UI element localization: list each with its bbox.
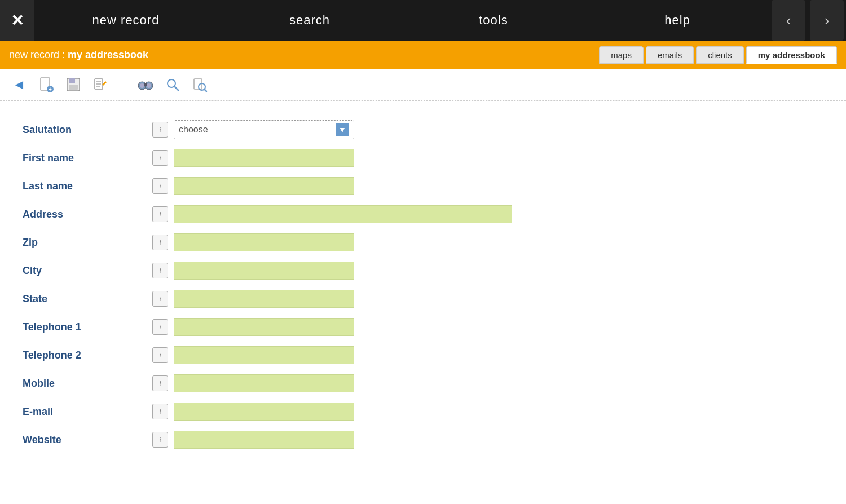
salutation-label: Salutation: [23, 124, 152, 136]
binoculars-button[interactable]: [135, 74, 156, 95]
last-name-label: Last name: [23, 180, 152, 192]
save-button[interactable]: [63, 74, 83, 95]
salutation-row: Salutation i choose ▼: [23, 118, 823, 142]
city-info-icon[interactable]: i: [152, 263, 168, 278]
nav-tools[interactable]: tools: [402, 13, 585, 28]
telephone2-label: Telephone 2: [23, 350, 152, 361]
next-arrow-icon: ›: [825, 12, 830, 29]
first-name-label: First name: [23, 152, 152, 164]
breadcrumb-prefix: new record :: [9, 49, 68, 60]
new-document-button[interactable]: +: [36, 74, 56, 95]
prev-arrow-icon: ‹: [786, 12, 791, 29]
city-label: City: [23, 265, 152, 277]
new-doc-icon: +: [38, 77, 54, 92]
address-info-icon[interactable]: i: [152, 206, 168, 222]
dropdown-arrow-icon: ▼: [336, 123, 349, 136]
first-name-row: First name i: [23, 146, 823, 170]
telephone1-label: Telephone 1: [23, 321, 152, 333]
last-name-info-icon[interactable]: i: [152, 178, 168, 194]
search-icon: [165, 77, 180, 92]
tab-clients[interactable]: clients: [696, 46, 744, 64]
top-navigation: ✕ new record search tools help ‹ ›: [0, 0, 846, 41]
binoculars-icon: [137, 77, 154, 92]
salutation-dropdown[interactable]: choose ▼: [174, 120, 354, 139]
telephone1-info-icon[interactable]: i: [152, 319, 168, 335]
edit-icon: [92, 77, 108, 92]
address-input[interactable]: [174, 205, 512, 223]
telephone2-input[interactable]: [174, 346, 354, 364]
mobile-info-icon[interactable]: i: [152, 375, 168, 391]
website-input[interactable]: [174, 431, 354, 449]
tab-emails[interactable]: emails: [646, 46, 694, 64]
state-label: State: [23, 293, 152, 305]
email-info-icon[interactable]: i: [152, 404, 168, 419]
website-info-icon[interactable]: i: [152, 432, 168, 448]
close-icon: ✕: [11, 11, 24, 30]
email-input[interactable]: [174, 403, 354, 421]
edit-button[interactable]: [90, 74, 111, 95]
salutation-info-icon[interactable]: i: [152, 122, 168, 138]
mobile-row: Mobile i: [23, 372, 823, 395]
find-icon: [192, 77, 208, 92]
nav-search[interactable]: search: [218, 13, 402, 28]
telephone2-info-icon[interactable]: i: [152, 347, 168, 363]
telephone1-row: Telephone 1 i: [23, 315, 823, 339]
city-input[interactable]: [174, 262, 354, 280]
save-icon: [65, 77, 81, 92]
zip-row: Zip i: [23, 231, 823, 254]
telephone1-input[interactable]: [174, 318, 354, 336]
breadcrumb-title: my addressbook: [68, 49, 148, 60]
tab-maps[interactable]: maps: [599, 46, 644, 64]
close-button[interactable]: ✕: [0, 0, 34, 41]
svg-line-21: [204, 89, 206, 91]
state-row: State i: [23, 287, 823, 311]
email-label: E-mail: [23, 406, 152, 418]
tab-my-addressbook[interactable]: my addressbook: [746, 46, 837, 64]
state-input[interactable]: [174, 290, 354, 308]
breadcrumb: new record : my addressbook: [9, 49, 599, 61]
mobile-input[interactable]: [174, 374, 354, 392]
nav-new-record[interactable]: new record: [34, 13, 218, 28]
back-button[interactable]: ◄: [9, 74, 29, 95]
zip-info-icon[interactable]: i: [152, 235, 168, 250]
svg-point-18: [169, 81, 172, 84]
address-label: Address: [23, 209, 152, 220]
svg-line-17: [174, 86, 178, 90]
prev-arrow-button[interactable]: ‹: [772, 0, 805, 41]
city-row: City i: [23, 259, 823, 282]
tab-bar: maps emails clients my addressbook: [599, 46, 837, 64]
orange-header-bar: new record : my addressbook maps emails …: [0, 41, 846, 69]
website-label: Website: [23, 434, 152, 446]
next-arrow-button[interactable]: ›: [810, 0, 844, 41]
first-name-input[interactable]: [174, 149, 354, 167]
svg-point-14: [140, 83, 144, 88]
main-form: Salutation i choose ▼ First name i Last …: [0, 101, 846, 473]
find-button[interactable]: [190, 74, 210, 95]
address-row: Address i: [23, 202, 823, 226]
svg-text:+: +: [49, 86, 52, 92]
svg-rect-5: [69, 85, 78, 90]
svg-point-15: [147, 83, 151, 88]
nav-help[interactable]: help: [585, 13, 769, 28]
email-row: E-mail i: [23, 400, 823, 423]
telephone2-row: Telephone 2 i: [23, 343, 823, 367]
website-row: Website i: [23, 428, 823, 452]
last-name-input[interactable]: [174, 177, 354, 195]
svg-rect-4: [69, 78, 75, 83]
last-name-row: Last name i: [23, 174, 823, 198]
toolbar: ◄ +: [0, 69, 846, 101]
state-info-icon[interactable]: i: [152, 291, 168, 307]
search-button[interactable]: [162, 74, 183, 95]
first-name-info-icon[interactable]: i: [152, 150, 168, 166]
salutation-value: choose: [179, 125, 208, 135]
mobile-label: Mobile: [23, 378, 152, 390]
zip-label: Zip: [23, 237, 152, 249]
zip-input[interactable]: [174, 233, 354, 251]
